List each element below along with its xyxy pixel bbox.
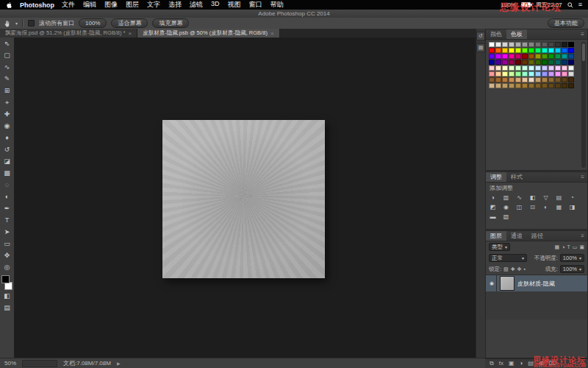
swatch[interactable] [502,54,508,59]
channel-mixer-icon[interactable]: ◫ [514,203,524,211]
panel-menu-icon[interactable]: ≡ [578,231,587,241]
swatch[interactable] [495,60,501,65]
filter-shape-layers-icon[interactable]: ▭ [573,244,578,250]
panel-tab-通道[interactable]: 通道 [506,231,527,241]
swatch[interactable] [502,60,508,65]
swatch[interactable] [502,71,508,77]
swatch[interactable] [542,66,548,71]
swatch[interactable] [495,54,501,59]
scroll-all-windows-checkbox[interactable] [28,20,35,26]
apple-menu-icon[interactable] [6,1,12,9]
swatch[interactable] [509,48,514,53]
swatch[interactable] [555,54,561,59]
close-tab-icon[interactable]: × [128,30,132,37]
swatch[interactable] [515,66,521,71]
rectangle-tool[interactable]: ▭ [1,238,13,250]
swatch[interactable] [562,71,567,77]
swatch[interactable] [542,60,548,65]
properties-panel-icon[interactable]: ▤ [476,43,485,52]
levels-icon[interactable]: ▥ [501,194,511,202]
swatch[interactable] [548,60,554,65]
swatch[interactable] [489,48,495,53]
swatch[interactable] [562,83,567,88]
swatch[interactable] [542,71,548,77]
swatch[interactable] [509,77,514,82]
brightness-contrast-icon[interactable]: ◑ [488,194,498,202]
panel-tab-颜色[interactable]: 颜色 [486,29,506,39]
hand-tool[interactable]: ✥ [1,250,13,261]
history-panel-icon[interactable]: ↺ [476,32,485,40]
move-tool[interactable]: ⇖ [1,38,13,49]
swatch[interactable] [515,42,521,47]
spotlight-search-icon[interactable] [567,2,573,8]
quick-mask-mode-button[interactable]: ◧ [1,290,13,302]
layer-row[interactable]: ◉皮肤材质-隐藏 [486,275,587,291]
swatch[interactable] [562,60,567,65]
filter-smart-objects-icon[interactable]: ▣ [579,244,584,250]
panel-tab-调整[interactable]: 调整 [486,172,506,182]
menu-item-7[interactable]: 滤镜 [190,0,203,10]
zoom-level-field[interactable]: 50% [4,360,16,367]
swatch[interactable] [522,83,528,88]
swatch[interactable] [515,60,521,65]
swatch[interactable] [555,66,561,71]
swatch[interactable] [562,48,567,53]
layer-filter-type-select[interactable]: 类型▾ [489,243,510,251]
swatch[interactable] [495,71,501,77]
brush-tool[interactable]: ◉ [1,120,13,132]
swatch[interactable] [509,54,514,59]
panel-tab-样式[interactable]: 样式 [506,172,527,182]
swatch[interactable] [528,66,534,71]
eraser-tool[interactable]: ◪ [1,155,13,167]
lock-position-icon[interactable]: ✥ [517,266,522,272]
curves-icon[interactable]: ∿ [514,194,524,202]
close-tab-icon[interactable]: × [270,30,274,37]
swatch[interactable] [495,66,501,71]
menu-item-8[interactable]: 3D [211,0,220,10]
swatch[interactable] [495,77,501,82]
gradient-map-icon[interactable]: ▬ [488,213,498,221]
swatch[interactable] [535,66,541,71]
posterize-icon[interactable]: ▦ [554,203,564,211]
swatch[interactable] [548,77,554,82]
add-layer-mask-icon[interactable]: ▣ [509,360,514,367]
menu-item-2[interactable]: 编辑 [83,0,96,10]
type-tool[interactable]: T [1,214,13,226]
swatch[interactable] [542,42,548,47]
tool-preset-caret-icon[interactable]: ▾ [15,21,18,26]
lock-all-icon[interactable]: ▪ [523,266,525,272]
lock-transparent-pixels-icon[interactable]: ▧ [503,266,509,272]
swatch[interactable] [509,66,514,71]
swatch[interactable] [568,77,574,82]
swatch[interactable] [555,60,561,65]
swatch[interactable] [522,60,528,65]
threshold-icon[interactable]: ◨ [567,203,577,211]
swatch[interactable] [568,60,574,65]
dodge-tool[interactable]: ◐ [1,191,13,202]
crop-tool[interactable]: ⊞ [1,85,13,96]
swatch[interactable] [495,48,501,53]
swatch[interactable] [502,83,508,88]
swatch[interactable] [528,54,534,59]
menu-item-1[interactable]: 文件 [62,0,75,10]
swatch[interactable] [515,48,521,53]
swatch[interactable] [495,42,501,47]
status-options-arrow-icon[interactable]: ▶ [117,361,121,366]
panel-tab-色板[interactable]: 色板 [506,29,527,39]
filter-adjustment-layers-icon[interactable]: ◑ [562,244,564,250]
swatch[interactable] [555,77,561,82]
screen-mode-button[interactable]: ▤ [1,302,13,314]
layer-style-icon[interactable]: fx [499,360,503,367]
exposure-icon[interactable]: ◧ [528,194,537,202]
history-brush-tool[interactable]: ↺ [1,144,13,155]
pen-tool[interactable]: ✒ [1,202,13,214]
new-adjustment-layer-icon[interactable]: ◑ [520,360,523,367]
rectangular-marquee-tool[interactable]: ▢ [1,49,13,61]
swatch[interactable] [535,71,541,77]
new-group-icon[interactable]: ▤ [528,360,534,367]
selective-color-icon[interactable]: ▧ [501,213,511,221]
swatch[interactable] [562,77,567,82]
swatch[interactable] [555,42,561,47]
swatch[interactable] [522,77,528,82]
scrollbar-thumb[interactable] [582,43,585,61]
